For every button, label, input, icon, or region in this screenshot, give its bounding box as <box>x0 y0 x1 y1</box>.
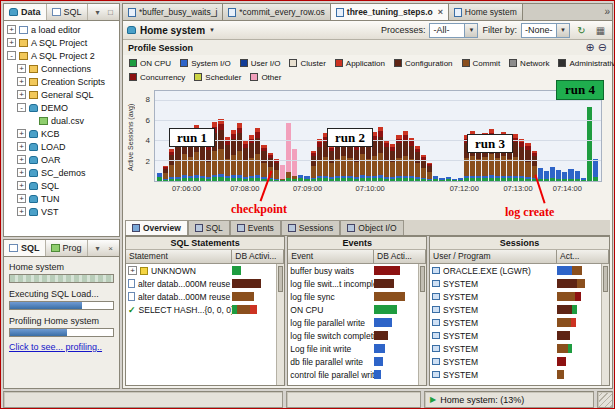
chart-bar[interactable] <box>292 149 297 181</box>
chart-bar[interactable] <box>513 134 518 181</box>
table-row[interactable]: SYSTEM <box>430 290 609 303</box>
tree-expander-icon[interactable]: + <box>7 38 16 47</box>
scrollbar[interactable] <box>276 264 284 385</box>
chart-bar[interactable] <box>550 167 555 181</box>
tree-item[interactable]: +VST <box>4 205 119 218</box>
close-icon[interactable]: × <box>438 7 443 17</box>
chart-bar[interactable] <box>433 176 438 181</box>
chart-bar[interactable] <box>390 144 395 181</box>
tree-item[interactable]: +TUN <box>4 192 119 205</box>
chart-bar[interactable] <box>157 173 162 181</box>
tab-sessions[interactable]: Sessions <box>281 220 341 235</box>
column-header[interactable]: Statement <box>126 250 232 263</box>
tree-item[interactable]: +KCB <box>4 127 119 140</box>
chart-bar[interactable] <box>249 135 254 181</box>
chart-bar[interactable] <box>562 172 567 181</box>
chart-bar[interactable] <box>261 145 266 181</box>
tab-sql-results[interactable]: SQL <box>4 240 46 256</box>
chart-bar[interactable] <box>255 128 260 181</box>
table-row[interactable]: log file switch completion <box>288 329 426 342</box>
tree-expander-icon[interactable]: + <box>17 207 26 216</box>
chart-bar[interactable] <box>304 176 309 181</box>
chart-bar[interactable] <box>439 178 444 181</box>
chart-bar[interactable] <box>218 119 223 181</box>
chart-bar[interactable] <box>169 149 174 181</box>
table-row[interactable]: SYSTEM <box>430 355 609 368</box>
row-expander-icon[interactable]: + <box>128 266 137 275</box>
tab-overflow-icon[interactable]: » <box>604 6 610 17</box>
table-row[interactable]: SYSTEM <box>430 342 609 355</box>
zoom-in-icon[interactable]: ⊕ <box>586 41 595 54</box>
column-header[interactable]: Event <box>288 250 374 263</box>
column-header[interactable]: User / Program <box>430 250 557 263</box>
scrollbar-thumb[interactable] <box>420 266 425 292</box>
editor-tab[interactable]: *buffer_busy_waits_j <box>123 4 223 20</box>
chart-bar[interactable] <box>206 143 211 181</box>
tab-objectio[interactable]: Object I/O <box>340 220 403 235</box>
minimize-icon[interactable]: ▾ <box>92 7 103 18</box>
scrollbar[interactable] <box>601 264 609 385</box>
chart-bar[interactable] <box>286 123 291 181</box>
tree-item[interactable]: +OAR <box>4 153 119 166</box>
tree-expander-icon[interactable]: + <box>7 25 16 34</box>
tree-expander-icon[interactable]: + <box>17 181 26 190</box>
panel-menu-icon[interactable]: ▾ <box>92 243 103 254</box>
tree-expander-icon[interactable]: - <box>17 103 26 112</box>
resize-grip[interactable] <box>597 391 613 408</box>
chart-bar[interactable] <box>396 135 401 181</box>
column-header[interactable]: Act... <box>557 250 609 263</box>
table-row[interactable]: SYSTEM <box>430 368 609 381</box>
table-row[interactable]: db file parallel write <box>288 355 426 368</box>
tab-overview[interactable]: Overview <box>125 220 188 235</box>
chevron-down-icon[interactable]: ▼ <box>464 24 477 37</box>
chart-bar[interactable] <box>274 159 279 181</box>
tree-item[interactable]: +Connections <box>4 62 119 75</box>
table-row[interactable]: +UNKNOWN <box>126 264 284 277</box>
tree-item[interactable]: +LOAD <box>4 140 119 153</box>
chart-bar[interactable] <box>568 169 573 181</box>
table-row[interactable]: alter datab...000M reuse <box>126 290 284 303</box>
tree-expander-icon[interactable]: + <box>17 168 26 177</box>
editor-tab[interactable]: Home system <box>449 4 523 20</box>
refresh-icon[interactable]: ↻ <box>574 23 589 38</box>
tab-sql[interactable]: SQL <box>188 220 230 235</box>
tree-expander-icon[interactable]: + <box>17 129 26 138</box>
chart-bar[interactable] <box>446 177 451 181</box>
filter-select[interactable]: -None-▼ <box>521 23 570 38</box>
tree-item[interactable]: dual.csv <box>4 114 119 127</box>
chart-bar[interactable] <box>452 179 457 181</box>
close-icon[interactable]: × <box>105 243 116 254</box>
table-row[interactable]: buffer busy waits <box>288 264 426 277</box>
chart-bar[interactable] <box>593 159 598 181</box>
column-header[interactable]: DB Acti... <box>374 250 426 263</box>
table-row[interactable]: Log file init write <box>288 342 426 355</box>
chart-bar[interactable] <box>237 123 242 181</box>
chart-bar[interactable] <box>378 127 383 181</box>
table-row[interactable]: SYSTEM <box>430 329 609 342</box>
chart-bar[interactable] <box>329 145 334 181</box>
chevron-down-icon[interactable]: ▼ <box>556 24 569 37</box>
table-row[interactable]: control file parallel write <box>288 368 426 381</box>
tree-expander-icon[interactable]: + <box>17 90 26 99</box>
table-row[interactable]: ✓SELECT HASH...{0, 0, 0} <box>126 303 284 316</box>
table-row[interactable]: SYSTEM <box>430 303 609 316</box>
scrollbar-thumb[interactable] <box>603 266 608 292</box>
chart-bar[interactable] <box>298 175 303 181</box>
zoom-out-icon[interactable]: ⊖ <box>598 41 607 54</box>
scrollbar-thumb[interactable] <box>278 266 283 292</box>
chart-bar[interactable] <box>415 146 420 181</box>
editor-tab[interactable]: *commit_every_row.os <box>223 4 331 20</box>
tree-item[interactable]: +SQL <box>4 179 119 192</box>
tree-item[interactable]: +General SQL <box>4 88 119 101</box>
tree-expander-icon[interactable]: + <box>17 142 26 151</box>
chart-bar[interactable] <box>163 166 168 181</box>
chart-bar[interactable] <box>421 155 426 181</box>
column-header[interactable]: DB Activi... <box>232 250 284 263</box>
editor-tab[interactable]: three_tuning_steps.o× <box>331 4 449 20</box>
tree-expander-icon[interactable]: + <box>17 194 26 203</box>
table-row[interactable]: alter datab...000M reuse <box>126 277 284 290</box>
chart-bar[interactable] <box>225 137 230 181</box>
scrollbar[interactable] <box>418 264 426 385</box>
chart-bar[interactable] <box>354 143 359 181</box>
tree-expander-icon[interactable]: + <box>17 77 26 86</box>
